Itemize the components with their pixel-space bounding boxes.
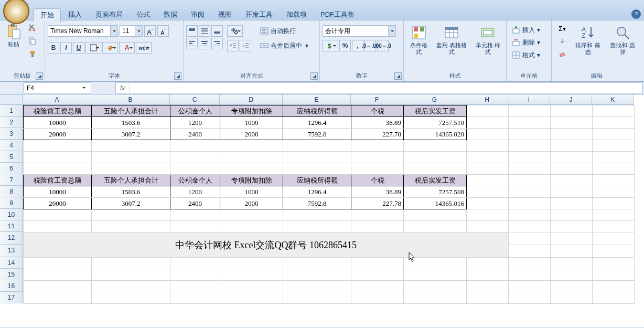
cell[interactable]: 10000 [24,186,92,198]
cell[interactable] [220,152,283,163]
cell[interactable] [24,258,92,269]
cell[interactable] [593,129,635,140]
cell[interactable] [283,281,351,292]
cell[interactable]: 227.78 [351,129,404,140]
phonetic-button[interactable]: wén [136,42,152,54]
cell[interactable] [593,258,635,269]
align-right-button[interactable] [211,38,223,49]
row-header-5[interactable]: 5 [0,151,23,163]
percent-button[interactable]: % [339,40,351,51]
cell[interactable] [593,232,635,245]
cell[interactable] [593,245,635,258]
font-dialog-launcher[interactable]: ◢ [174,72,181,80]
cell[interactable]: 2400 [170,129,220,140]
increase-indent-button[interactable] [240,40,251,51]
cell[interactable] [509,129,551,140]
cell[interactable] [593,292,635,304]
cell[interactable] [593,221,635,232]
row-header-16[interactable]: 16 [0,280,23,292]
cell[interactable] [467,281,509,292]
border-button[interactable] [85,42,101,54]
cell[interactable] [509,163,551,175]
cell[interactable]: 应纳税所得额 [283,175,351,186]
row-header-3[interactable]: 3 [0,128,23,140]
cell[interactable] [509,292,551,304]
cell[interactable] [170,292,220,304]
cell[interactable] [220,258,283,269]
cell[interactable] [24,269,92,281]
fill-button[interactable] [554,36,570,47]
cell[interactable] [509,140,551,152]
cell[interactable] [92,258,170,269]
cell[interactable] [467,258,509,269]
cell[interactable]: 7592.8 [283,129,351,140]
cell[interactable] [509,198,551,209]
cell[interactable] [170,281,220,292]
cell[interactable] [92,281,170,292]
cell[interactable] [404,281,467,292]
row-header-7[interactable]: 7 [0,174,23,186]
cell[interactable] [351,152,404,163]
accounting-format-button[interactable]: $ [323,40,338,51]
row-header-1[interactable]: 1 [0,105,23,117]
orientation-button[interactable]: ab [227,25,243,37]
cell[interactable] [467,269,509,281]
col-header-E[interactable]: E [283,94,351,105]
cell[interactable] [283,152,351,163]
cell[interactable]: 专项附加扣除 [220,105,283,117]
cell[interactable]: 个税 [351,175,404,186]
cell[interactable] [404,163,467,175]
cell[interactable] [593,209,635,221]
cell[interactable] [467,175,509,186]
cell[interactable] [283,209,351,221]
cell[interactable] [551,105,593,117]
fill-color-button[interactable] [102,42,118,54]
cell[interactable]: 14365.016 [404,198,467,209]
cell[interactable] [551,152,593,163]
cell[interactable] [509,245,551,258]
cell[interactable]: 税后实发工资 [404,175,467,186]
col-header-I[interactable]: I [508,94,550,105]
row-header-11[interactable]: 11 [0,220,23,232]
select-all-button[interactable] [0,94,23,105]
merge-center-button[interactable]: 合并后居中▾ [257,40,311,51]
cell[interactable] [509,105,551,117]
align-left-button[interactable] [186,38,198,49]
delete-cells-button[interactable]: 删除▾ [509,37,543,48]
format-as-table-button[interactable]: 套用 表格格式 [433,23,470,57]
cell[interactable] [92,140,170,152]
cell[interactable] [283,140,351,152]
cell[interactable] [467,105,509,117]
cell[interactable] [92,292,170,304]
autosum-button[interactable]: Σ▾ [554,23,570,35]
cell[interactable] [404,209,467,221]
format-cells-button[interactable]: 格式▾ [509,49,543,61]
cell[interactable] [551,245,593,258]
cell[interactable] [551,269,593,281]
cell[interactable] [404,152,467,163]
row-header-8[interactable]: 8 [0,186,23,197]
cell[interactable]: 1503.6 [92,186,170,198]
cell[interactable] [24,281,92,292]
cell[interactable]: 五险个人承担合计 [92,105,170,117]
cell[interactable] [467,117,509,129]
cell[interactable]: 227.78 [351,198,404,209]
paste-button[interactable]: 粘贴 [3,22,25,49]
cell[interactable] [351,292,404,304]
cell[interactable]: 税后实发工资 [404,105,467,117]
cell[interactable] [467,140,509,152]
cell[interactable] [351,221,404,232]
cell[interactable] [467,163,509,175]
col-header-J[interactable]: J [550,94,592,105]
cell[interactable] [593,198,635,209]
clear-button[interactable] [554,48,570,60]
bold-button[interactable]: B [48,42,59,54]
row-header-12[interactable]: 12 [0,232,23,245]
cell[interactable]: 7257.510 [404,117,467,129]
cell[interactable]: 20000 [24,198,92,209]
cell[interactable] [551,198,593,209]
increase-font-button[interactable]: Aˆ [144,25,156,37]
cell[interactable]: 税险前工资总额 [24,175,92,186]
number-format-combo[interactable]: 会计专用 [323,25,396,37]
cell[interactable] [24,152,92,163]
